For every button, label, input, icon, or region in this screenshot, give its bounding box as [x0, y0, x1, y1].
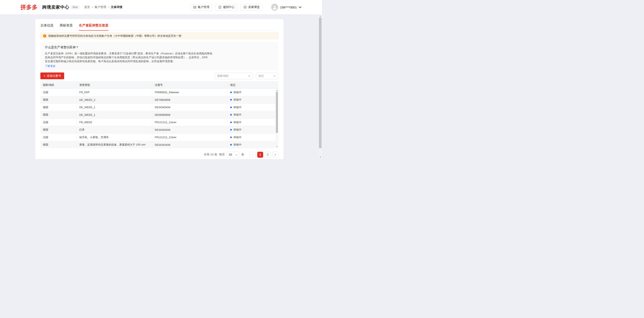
user-menu[interactable]: 156****0001 — [271, 4, 302, 11]
cell-country: 德国 — [40, 141, 77, 148]
epr-info-line: 生产者责任延伸（EPR）是一项欧盟的环境政策要求。主要是基于"污染者付费"原则，… — [45, 52, 274, 55]
learn-more-link[interactable]: 了解更多 — [45, 64, 56, 68]
table-row: 德国 DE_WEEE_1 DE34343434 审核中 — [40, 104, 278, 111]
product-name: 跨境卖家中心 — [42, 4, 69, 10]
table-row: 德国 屏幕、监视器和包含屏幕的设备，屏幕面积大于 100 cm² DE34343… — [40, 141, 278, 148]
column-header-country: 国家/地区 — [40, 81, 77, 88]
tab-epr-qualification[interactable]: 生产者延伸责任资质 — [79, 23, 108, 31]
table-header-row: 国家/地区 资质类型 注册号 状态 — [40, 81, 278, 89]
page-scrollbar-thumb[interactable] — [319, 18, 322, 148]
page-button-1[interactable]: 1 — [257, 152, 263, 158]
cell-registration: DE56565656 — [152, 111, 228, 119]
notice-text: 请确保添加的注册号所对应的主体信息与当前账户主体（大中华国际集团（中国）有限公司… — [48, 34, 182, 38]
table-row: 德国 灯具 DE34343434 审核中 — [40, 126, 278, 134]
seller-classroom-label: 卖家课堂 — [248, 5, 260, 9]
chevron-down-icon — [248, 74, 250, 77]
status-dot — [230, 107, 232, 108]
cell-type: FR_WEEE — [77, 119, 152, 126]
rule-center-label: 规则中心 — [223, 5, 234, 9]
table-row: 德国 DE_WEEE_1 DE56565656 审核中 — [40, 111, 278, 119]
pagination-per-page-unit: 条 — [241, 153, 244, 156]
breadcrumb: 首页 > 账户管理 > 主体详情 — [84, 5, 122, 9]
status-dot — [230, 136, 232, 138]
table-scrollbar: ▲ ▼ — [276, 89, 278, 148]
page-button-2[interactable]: 2 — [265, 152, 271, 158]
chevron-down-icon — [274, 74, 276, 77]
cell-registration: DE34343434 — [152, 141, 228, 148]
country-region-filter-select[interactable]: 国家/地区 — [214, 73, 253, 79]
breadcrumb-home[interactable]: 首页 — [84, 5, 90, 9]
tab-subject-info[interactable]: 主体信息 — [40, 23, 54, 31]
tab-trademark-qualification[interactable]: 商标资质 — [60, 23, 73, 31]
prev-page-button[interactable]: ‹ — [250, 152, 256, 158]
next-page-button[interactable]: › — [272, 152, 278, 158]
add-registration-number-button[interactable]: + 添加注册号 — [40, 72, 64, 79]
cell-status: 审核中 — [228, 111, 278, 119]
page-scrollbar: ▲ ▼ — [318, 14, 322, 159]
cell-country: 法国 — [40, 119, 77, 126]
status-label: 审核中 — [234, 143, 242, 146]
cell-country: 德国 — [40, 104, 77, 111]
account-management-button[interactable]: A 账户管理 — [190, 4, 212, 11]
seller-classroom-button[interactable]: 卖家课堂 — [241, 4, 262, 11]
epr-info-line: 其商品对环境产生的影响，对他们投放到市场的商品的整个生命周期负责（即从商品的生产… — [45, 55, 274, 59]
svg-text:A: A — [194, 7, 195, 8]
scroll-up-arrow-icon[interactable]: ▲ — [276, 89, 278, 91]
cell-status: 审核中 — [228, 104, 278, 111]
status-label: 审核中 — [234, 98, 242, 102]
epr-info-body: 生产者责任延伸（EPR）是一项欧盟的环境政策要求。主要是基于"污染者付费"原则，… — [45, 52, 274, 63]
scroll-up-arrow-icon[interactable]: ▲ — [318, 15, 322, 18]
add-registration-number-label: 添加注册号 — [47, 74, 61, 78]
table-row: 法国 FR_WEEE FR121212_12erer 审核中 — [40, 119, 278, 126]
pinduoduo-logo[interactable]: 拼多多 — [20, 4, 38, 11]
cell-country: 法国 — [40, 89, 77, 96]
status-dot — [230, 114, 232, 116]
table-row: 法国 如手机、小家电、空调等 FR121212_12erer 审核中 — [40, 134, 278, 141]
cell-country: 德国 — [40, 111, 77, 119]
cell-status: 审核中 — [228, 89, 278, 96]
status-filter-placeholder: 状态 — [258, 74, 264, 78]
rule-book-icon — [218, 6, 222, 9]
status-dot — [230, 92, 232, 93]
status-filter-select[interactable]: 状态 — [256, 73, 278, 79]
cell-country: 德国 — [40, 96, 77, 104]
subject-detail-card: 主体信息 商标资质 生产者延伸责任资质 ! 请确保添加的注册号所对应的主体信息与… — [35, 19, 284, 159]
chevron-down-icon — [299, 6, 302, 9]
rule-center-button[interactable]: 规则中心 — [216, 4, 237, 11]
account-management-label: 账户管理 — [198, 5, 209, 9]
breadcrumb-account-management[interactable]: 账户管理 — [95, 5, 106, 9]
status-dot — [230, 99, 232, 101]
cell-type: FR_PAP — [77, 89, 152, 96]
status-label: 审核中 — [234, 135, 242, 139]
breadcrumb-separator: > — [108, 6, 109, 9]
chevron-left-icon: ‹ — [252, 153, 253, 156]
country-region-filter-placeholder: 国家/地区 — [217, 74, 229, 78]
scroll-down-arrow-icon[interactable]: ▼ — [276, 145, 278, 147]
epr-info-line: 旨在通过预防和减少商品包装和包装废弃物、电子商品以及电池等商品对环境造成的影响，… — [45, 59, 274, 63]
column-header-type: 资质类型 — [77, 81, 152, 88]
breadcrumb-current-page: 主体详情 — [111, 5, 122, 9]
status-label: 审核中 — [234, 113, 242, 117]
cell-type: 如手机、小家电、空调等 — [77, 134, 152, 141]
cell-type: 屏幕、监视器和包含屏幕的设备，屏幕面积大于 100 cm² — [77, 141, 152, 148]
plus-icon: + — [44, 74, 45, 78]
id-card-icon: A — [193, 6, 196, 9]
beta-badge: Beta — [71, 5, 79, 9]
cell-registration: DE75654656 — [152, 96, 228, 104]
cell-status: 审核中 — [228, 141, 278, 148]
cell-country: 德国 — [40, 126, 77, 134]
epr-info-panel: 什么是生产者责任延伸？ 生产者责任延伸（EPR）是一项欧盟的环境政策要求。主要是… — [40, 42, 278, 70]
cell-type: DE_WEEE_2 — [77, 96, 152, 104]
notice-banner: ! 请确保添加的注册号所对应的主体信息与当前账户主体（大中华国际集团（中国）有限… — [40, 33, 278, 39]
breadcrumb-separator: > — [92, 6, 93, 9]
table-scrollbar-thumb[interactable] — [276, 92, 278, 133]
pagination: 共有 14 条 每页 10 条 ‹ 1 2 › — [40, 151, 278, 158]
table-row: 德国 DE_WEEE_2 DE75654656 审核中 — [40, 96, 278, 104]
chevron-right-icon: › — [275, 153, 276, 156]
scroll-down-arrow-icon[interactable]: ▼ — [318, 156, 322, 158]
table-row: 法国 FR_PAP FR565633_34weww 审核中 — [40, 89, 278, 96]
status-dot — [230, 129, 232, 130]
page-size-select[interactable]: 10 — [227, 151, 240, 158]
top-header: 拼多多 跨境卖家中心 Beta 首页 > 账户管理 > 主体详情 A 账户管理 — [0, 0, 322, 14]
user-phone: 156****0001 — [280, 6, 297, 9]
